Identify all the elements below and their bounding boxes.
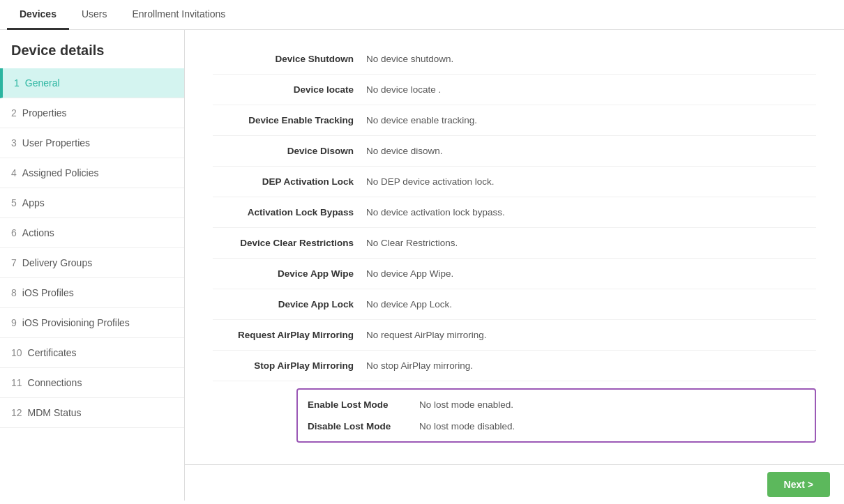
sidebar-item-label-actions: Actions <box>22 227 54 238</box>
detail-row-dep-activation-lock: DEP Activation Lock No DEP device activa… <box>213 167 816 197</box>
detail-row-enable-lost-mode: Enable Lost Mode No lost mode enabled. <box>298 394 815 415</box>
tab-devices[interactable]: Devices <box>7 0 69 30</box>
sidebar-item-num-7: 7 <box>11 257 17 268</box>
label-device-clear-restrictions: Device Clear Restrictions <box>213 238 366 248</box>
label-device-app-wipe: Device App Wipe <box>213 268 366 279</box>
sidebar-item-properties[interactable]: 2 Properties <box>0 98 184 128</box>
sidebar-item-actions[interactable]: 6 Actions <box>0 218 184 248</box>
detail-row-device-clear-restrictions: Device Clear Restrictions No Clear Restr… <box>213 228 816 259</box>
sidebar-item-label-certificates: Certificates <box>28 347 77 358</box>
value-device-shutdown: No device shutdown. <box>366 54 453 64</box>
value-device-app-lock: No device App Lock. <box>366 299 452 310</box>
sidebar-item-num-10: 10 <box>11 347 22 358</box>
sidebar-item-num-1: 1 <box>14 77 20 89</box>
sidebar-item-label-delivery-groups: Delivery Groups <box>22 257 92 268</box>
next-button[interactable]: Next > <box>767 472 830 497</box>
detail-row-device-disown: Device Disown No device disown. <box>213 136 816 167</box>
sidebar-item-num-4: 4 <box>11 167 17 178</box>
detail-row-device-app-lock: Device App Lock No device App Lock. <box>213 289 816 320</box>
label-device-shutdown: Device Shutdown <box>213 54 366 64</box>
main-layout: Device details 1 General 2 Properties 3 … <box>0 30 844 501</box>
sidebar-item-mdm-status[interactable]: 12 MDM Status <box>0 398 184 428</box>
tab-enrollment-invitations[interactable]: Enrollment Invitations <box>120 0 239 30</box>
sidebar-item-ios-provisioning-profiles[interactable]: 9 iOS Provisioning Profiles <box>0 308 184 338</box>
sidebar-title: Device details <box>0 30 184 68</box>
detail-row-request-airplay-mirroring: Request AirPlay Mirroring No request Air… <box>213 320 816 351</box>
detail-row-activation-lock-bypass: Activation Lock Bypass No device activat… <box>213 197 816 228</box>
value-stop-airplay-mirroring: No stop AirPlay mirroring. <box>366 360 473 371</box>
detail-row-disable-lost-mode: Disable Lost Mode No lost mode disabled. <box>298 415 815 437</box>
sidebar-item-num-6: 6 <box>11 227 17 238</box>
detail-row-device-app-wipe: Device App Wipe No device App Wipe. <box>213 259 816 289</box>
sidebar-item-apps[interactable]: 5 Apps <box>0 188 184 218</box>
value-dep-activation-lock: No DEP device activation lock. <box>366 176 495 187</box>
value-device-disown: No device disown. <box>366 146 443 156</box>
label-device-app-lock: Device App Lock <box>213 299 366 310</box>
sidebar-item-num-12: 12 <box>11 407 22 418</box>
sidebar-item-general[interactable]: 1 General <box>0 68 184 98</box>
label-request-airplay-mirroring: Request AirPlay Mirroring <box>213 330 366 340</box>
label-enable-lost-mode: Enable Lost Mode <box>308 399 419 410</box>
top-tabs: Devices Users Enrollment Invitations <box>0 0 844 30</box>
footer: Next > <box>185 464 844 501</box>
value-device-enable-tracking: No device enable tracking. <box>366 115 477 125</box>
value-enable-lost-mode: No lost mode enabled. <box>419 399 513 410</box>
sidebar-item-label-general: General <box>25 77 60 89</box>
sidebar-item-connections[interactable]: 11 Connections <box>0 368 184 398</box>
label-dep-activation-lock: DEP Activation Lock <box>213 176 366 187</box>
content-area: Device Shutdown No device shutdown. Devi… <box>185 30 844 501</box>
label-device-disown: Device Disown <box>213 146 366 156</box>
sidebar-item-num-11: 11 <box>11 377 22 388</box>
sidebar: Device details 1 General 2 Properties 3 … <box>0 30 185 501</box>
sidebar-item-num-2: 2 <box>11 107 17 119</box>
detail-row-device-shutdown: Device Shutdown No device shutdown. <box>213 44 816 75</box>
value-device-clear-restrictions: No Clear Restrictions. <box>366 238 458 248</box>
sidebar-item-label-user-properties: User Properties <box>22 137 90 148</box>
sidebar-item-num-9: 9 <box>11 317 17 328</box>
value-disable-lost-mode: No lost mode disabled. <box>419 421 515 432</box>
detail-row-device-enable-tracking: Device Enable Tracking No device enable … <box>213 105 816 136</box>
sidebar-item-label-ios-profiles: iOS Profiles <box>22 287 74 298</box>
label-device-locate: Device locate <box>213 84 366 95</box>
sidebar-item-num-8: 8 <box>11 287 17 298</box>
sidebar-item-label-apps: Apps <box>22 197 45 208</box>
sidebar-item-num-3: 3 <box>11 137 17 148</box>
sidebar-item-label-properties: Properties <box>22 107 67 119</box>
sidebar-item-user-properties[interactable]: 3 User Properties <box>0 128 184 158</box>
sidebar-item-certificates[interactable]: 10 Certificates <box>0 338 184 368</box>
label-activation-lock-bypass: Activation Lock Bypass <box>213 207 366 217</box>
detail-row-device-locate: Device locate No device locate . <box>213 75 816 105</box>
sidebar-item-assigned-policies[interactable]: 4 Assigned Policies <box>0 158 184 188</box>
label-stop-airplay-mirroring: Stop AirPlay Mirroring <box>213 360 366 371</box>
tab-users[interactable]: Users <box>69 0 120 30</box>
value-request-airplay-mirroring: No request AirPlay mirroring. <box>366 330 487 340</box>
sidebar-item-num-5: 5 <box>11 197 17 208</box>
sidebar-item-delivery-groups[interactable]: 7 Delivery Groups <box>0 248 184 278</box>
value-device-app-wipe: No device App Wipe. <box>366 268 453 279</box>
sidebar-item-label-mdm-status: MDM Status <box>28 407 82 418</box>
sidebar-item-label-assigned-policies: Assigned Policies <box>22 167 99 178</box>
sidebar-item-label-ios-provisioning-profiles: iOS Provisioning Profiles <box>22 317 130 328</box>
sidebar-item-ios-profiles[interactable]: 8 iOS Profiles <box>0 278 184 308</box>
value-activation-lock-bypass: No device activation lock bypass. <box>366 207 505 217</box>
detail-row-stop-airplay-mirroring: Stop AirPlay Mirroring No stop AirPlay m… <box>213 351 816 381</box>
value-device-locate: No device locate . <box>366 84 441 95</box>
label-disable-lost-mode: Disable Lost Mode <box>308 421 419 432</box>
lost-mode-box: Enable Lost Mode No lost mode enabled. D… <box>296 388 816 443</box>
label-device-enable-tracking: Device Enable Tracking <box>213 115 366 125</box>
sidebar-item-label-connections: Connections <box>28 377 82 388</box>
